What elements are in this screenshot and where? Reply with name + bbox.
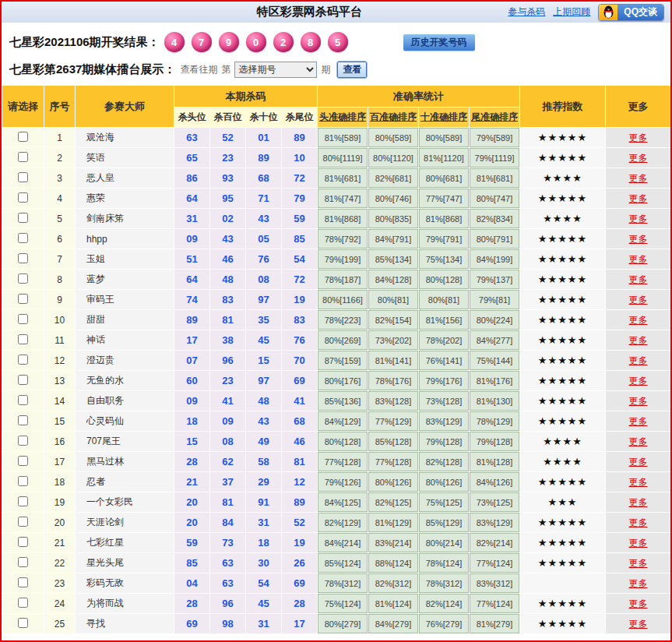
more-link[interactable]: 更多 bbox=[629, 517, 648, 528]
more-link[interactable]: 更多 bbox=[629, 153, 648, 164]
more-link[interactable]: 更多 bbox=[629, 598, 648, 609]
more-link[interactable]: 更多 bbox=[629, 538, 648, 549]
view-button[interactable]: 查看 bbox=[337, 62, 367, 78]
star-rating: ★★★★★ bbox=[520, 128, 606, 148]
kill-number: 49 bbox=[246, 432, 282, 452]
page-title: 特区彩票网杀码平台 bbox=[2, 5, 508, 19]
accuracy-stat: 80%[176] bbox=[318, 371, 368, 391]
row-checkbox[interactable] bbox=[18, 152, 28, 162]
row-number: 17 bbox=[44, 452, 76, 472]
star-rating: ★★★★★ bbox=[520, 391, 606, 411]
arena-label: 七星彩第2637期媒体擂台展示： bbox=[9, 62, 175, 77]
accuracy-stat: 80%[126] bbox=[419, 472, 470, 492]
master-name: 707尾王 bbox=[76, 432, 174, 452]
more-link[interactable]: 更多 bbox=[629, 578, 648, 589]
row-number: 25 bbox=[44, 614, 76, 634]
kill-number: 15 bbox=[246, 351, 282, 371]
more-link[interactable]: 更多 bbox=[629, 477, 648, 488]
row-checkbox[interactable] bbox=[18, 253, 28, 263]
row-checkbox[interactable] bbox=[18, 233, 28, 243]
more-link[interactable]: 更多 bbox=[629, 497, 648, 508]
history-numbers-button[interactable]: 历史开奖号码 bbox=[403, 34, 475, 51]
select-cell bbox=[2, 330, 44, 351]
header-kill-ten: 杀十位 bbox=[246, 108, 282, 128]
row-checkbox[interactable] bbox=[18, 294, 28, 304]
more-link[interactable]: 更多 bbox=[629, 213, 648, 224]
more-cell: 更多 bbox=[606, 533, 671, 553]
more-link[interactable]: 更多 bbox=[629, 376, 648, 386]
row-checkbox[interactable] bbox=[18, 476, 28, 486]
more-link[interactable]: 更多 bbox=[629, 173, 648, 184]
row-checkbox[interactable] bbox=[18, 517, 28, 527]
more-link[interactable]: 更多 bbox=[629, 132, 648, 143]
row-checkbox[interactable] bbox=[18, 314, 28, 324]
kill-number: 04 bbox=[174, 573, 210, 594]
row-checkbox[interactable] bbox=[18, 132, 28, 142]
accuracy-stat: 81%[1120] bbox=[419, 148, 470, 168]
master-name: 恶人皇 bbox=[76, 168, 174, 189]
row-checkbox[interactable] bbox=[18, 192, 28, 203]
kill-number: 63 bbox=[174, 128, 210, 148]
more-link[interactable]: 更多 bbox=[629, 274, 648, 285]
more-link[interactable]: 更多 bbox=[629, 234, 648, 245]
select-cell bbox=[2, 594, 44, 614]
row-checkbox[interactable] bbox=[18, 334, 28, 344]
table-row: 1观沧海6352018981%[589]80%[589]80%[589]79%[… bbox=[2, 128, 671, 148]
accuracy-stat: 78%[312] bbox=[419, 573, 470, 594]
row-checkbox[interactable] bbox=[18, 537, 28, 547]
row-checkbox[interactable] bbox=[18, 496, 28, 506]
row-checkbox[interactable] bbox=[18, 213, 28, 223]
issue-select[interactable]: 选择期号 bbox=[234, 62, 317, 78]
row-checkbox[interactable] bbox=[18, 273, 28, 284]
row-checkbox[interactable] bbox=[18, 456, 28, 466]
accuracy-stat: 85%[129] bbox=[419, 513, 470, 533]
accuracy-stat: 84%[126] bbox=[470, 472, 520, 492]
row-checkbox[interactable] bbox=[18, 415, 28, 425]
sort-head-accuracy[interactable]: 头准确排序 bbox=[318, 108, 368, 128]
qq-chat-button[interactable]: QQ交谈 bbox=[598, 4, 664, 21]
row-checkbox[interactable] bbox=[18, 436, 28, 446]
more-link[interactable]: 更多 bbox=[629, 193, 648, 204]
sort-tail-accuracy[interactable]: 尾准确排序 bbox=[470, 108, 520, 128]
row-checkbox[interactable] bbox=[18, 557, 28, 567]
more-link[interactable]: 更多 bbox=[629, 416, 648, 427]
row-checkbox[interactable] bbox=[18, 577, 28, 587]
sort-ten-accuracy[interactable]: 十准确排序 bbox=[419, 108, 470, 128]
row-number: 12 bbox=[44, 351, 76, 371]
row-number: 5 bbox=[44, 209, 76, 229]
accuracy-stat: 77%[747] bbox=[419, 189, 470, 209]
more-link[interactable]: 更多 bbox=[629, 457, 648, 467]
accuracy-stat: 83%[129] bbox=[470, 513, 520, 533]
kill-number: 69 bbox=[174, 614, 210, 634]
more-link[interactable]: 更多 bbox=[629, 295, 648, 305]
kill-number: 31 bbox=[246, 614, 282, 634]
row-checkbox[interactable] bbox=[18, 355, 28, 365]
more-link[interactable]: 更多 bbox=[629, 558, 648, 569]
page: 特区彩票网杀码平台 参与杀码 上期回顾 QQ交谈 bbox=[0, 0, 672, 642]
row-checkbox[interactable] bbox=[18, 395, 28, 405]
join-kill-link[interactable]: 参与杀码 bbox=[508, 5, 545, 19]
more-link[interactable]: 更多 bbox=[629, 436, 648, 447]
more-link[interactable]: 更多 bbox=[629, 335, 648, 346]
more-link[interactable]: 更多 bbox=[629, 396, 648, 407]
table-row: 15心灵码仙1809436884%[129]77%[129]83%[129]78… bbox=[2, 411, 671, 432]
row-checkbox[interactable] bbox=[18, 618, 28, 628]
accuracy-stat: 80%[126] bbox=[368, 472, 419, 492]
more-link[interactable]: 更多 bbox=[629, 619, 648, 630]
more-cell: 更多 bbox=[606, 411, 671, 432]
more-link[interactable]: 更多 bbox=[629, 355, 648, 366]
sort-hundred-accuracy[interactable]: 百准确排序 bbox=[368, 108, 419, 128]
star-rating: ★★★★★ bbox=[520, 189, 606, 209]
kill-number: 64 bbox=[174, 270, 210, 290]
star-rating: ★★★★★ bbox=[520, 270, 606, 290]
more-link[interactable]: 更多 bbox=[629, 254, 648, 265]
row-checkbox[interactable] bbox=[18, 172, 28, 182]
select-cell bbox=[2, 128, 44, 148]
more-link[interactable]: 更多 bbox=[629, 315, 648, 326]
row-checkbox[interactable] bbox=[18, 375, 28, 385]
draw-ball: 9 bbox=[219, 32, 239, 52]
star-rating: ★★★★★ bbox=[520, 513, 606, 533]
row-checkbox[interactable] bbox=[18, 598, 28, 608]
row-number: 8 bbox=[44, 270, 76, 290]
prev-issue-link[interactable]: 上期回顾 bbox=[553, 5, 590, 19]
